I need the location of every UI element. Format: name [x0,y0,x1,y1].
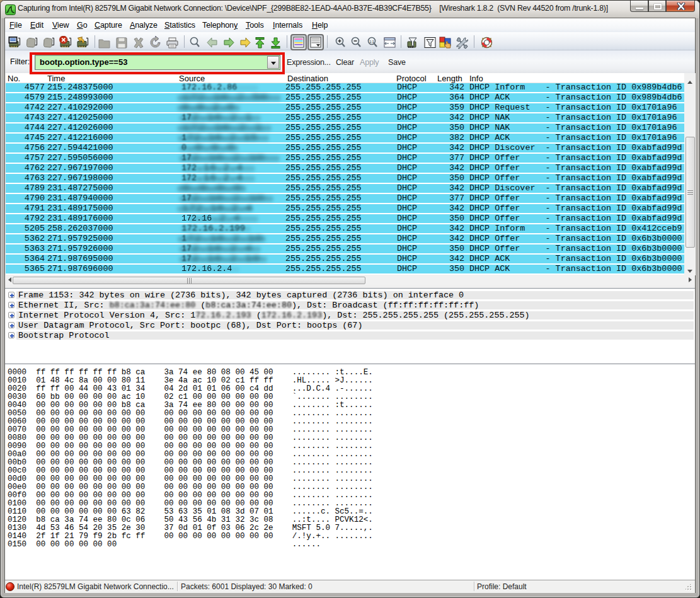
svg-text:1:1: 1:1 [369,40,374,43]
